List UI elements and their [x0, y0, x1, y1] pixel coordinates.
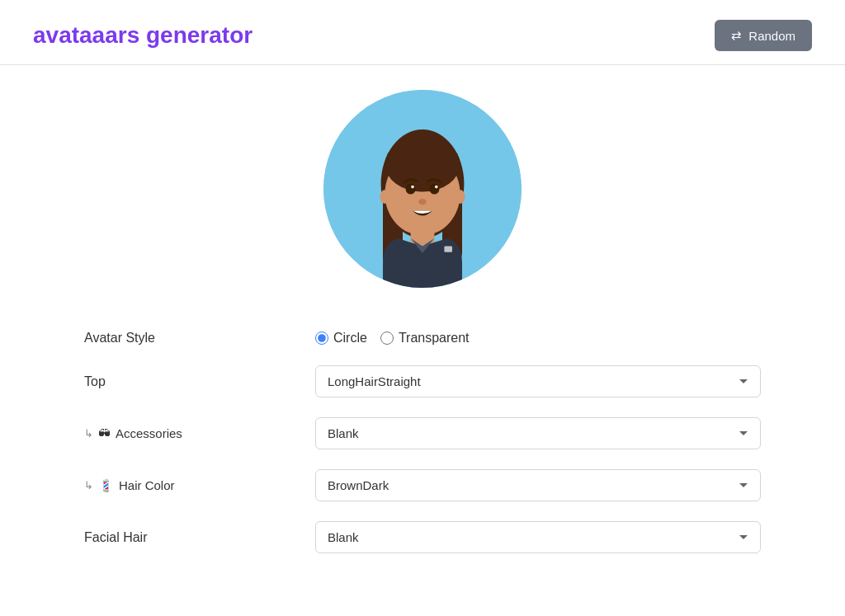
accessories-select-wrapper: Blank Kurt Prescription01 Prescription02…	[315, 417, 761, 449]
random-button[interactable]: ⇄ Random	[715, 20, 812, 51]
top-select-wrapper: LongHairStraight LongHairBob ShortHairSh…	[315, 365, 761, 397]
svg-point-10	[435, 186, 438, 189]
circle-radio-option[interactable]: Circle	[315, 331, 367, 346]
avatar-container	[323, 90, 522, 288]
svg-point-8	[429, 183, 439, 194]
circle-label: Circle	[333, 331, 367, 346]
svg-rect-14	[444, 247, 452, 252]
facial-hair-row: Facial Hair Blank BeardLight BeardMajest…	[84, 511, 761, 563]
app-header: avataaars generator ⇄ Random	[0, 0, 845, 65]
accessories-label-text: Accessories	[116, 426, 182, 440]
accessories-icon: 🕶	[98, 426, 111, 440]
hair-color-select[interactable]: Auburn Black Blonde BlondeGolden Brown B…	[315, 469, 761, 501]
random-button-label: Random	[748, 29, 795, 43]
hair-color-select-wrapper: Auburn Black Blonde BlondeGolden Brown B…	[315, 469, 761, 501]
hair-color-row: ↳ 💈 Hair Color Auburn Black Blonde Blond…	[84, 459, 761, 511]
avatar-display	[323, 90, 522, 288]
hair-color-icon: 💈	[98, 478, 114, 493]
avatar-style-label: Avatar Style	[84, 331, 315, 346]
avatar-style-row: Avatar Style Circle Transparent	[84, 321, 761, 355]
circle-radio[interactable]	[315, 332, 328, 345]
controls-section: Avatar Style Circle Transparent Top Long…	[84, 321, 761, 563]
top-select[interactable]: LongHairStraight LongHairBob ShortHairSh…	[315, 365, 761, 397]
accessories-select[interactable]: Blank Kurt Prescription01 Prescription02…	[315, 417, 761, 449]
top-label: Top	[84, 374, 315, 389]
facial-hair-select-wrapper: Blank BeardLight BeardMajestic BeardMedi…	[315, 521, 761, 553]
hair-color-arrow: ↳	[84, 479, 93, 491]
hair-color-label: ↳ 💈 Hair Color	[84, 478, 315, 493]
accessories-row: ↳ 🕶 Accessories Blank Kurt Prescription0…	[84, 407, 761, 459]
app-title: avataaars generator	[33, 22, 253, 49]
svg-point-12	[380, 190, 389, 204]
svg-point-9	[411, 186, 414, 189]
svg-point-7	[406, 183, 416, 194]
accessories-arrow: ↳	[84, 427, 93, 440]
top-row: Top LongHairStraight LongHairBob ShortHa…	[84, 355, 761, 407]
random-icon: ⇄	[731, 28, 742, 43]
transparent-radio[interactable]	[380, 332, 394, 345]
avatar-svg	[323, 90, 522, 288]
facial-hair-label: Facial Hair	[84, 530, 315, 545]
main-content: Avatar Style Circle Transparent Top Long…	[0, 65, 845, 588]
transparent-label: Transparent	[399, 331, 470, 346]
svg-point-6	[385, 136, 460, 191]
avatar-style-options: Circle Transparent	[315, 331, 761, 346]
accessories-label: ↳ 🕶 Accessories	[84, 426, 315, 440]
svg-point-11	[418, 199, 427, 205]
facial-hair-select[interactable]: Blank BeardLight BeardMajestic BeardMedi…	[315, 521, 761, 553]
svg-point-13	[456, 190, 465, 204]
hair-color-label-text: Hair Color	[119, 478, 175, 492]
transparent-radio-option[interactable]: Transparent	[380, 331, 470, 346]
